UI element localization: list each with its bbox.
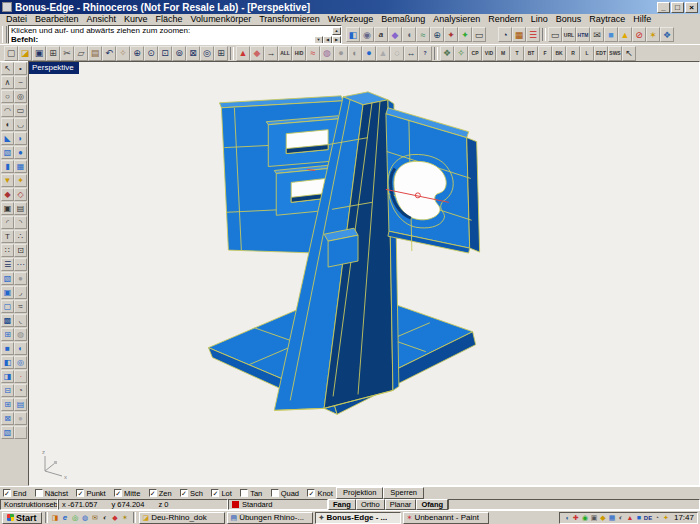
rectangle-icon[interactable]: ▭ xyxy=(14,104,27,117)
layer-state-icon[interactable]: ❖ xyxy=(440,46,454,61)
box-icon[interactable]: ▧ xyxy=(1,146,14,159)
model-solid[interactable] xyxy=(208,92,479,414)
bee-icon[interactable]: ✶ xyxy=(646,27,660,42)
panel-icon[interactable]: ■ xyxy=(604,27,618,42)
cplane-button[interactable]: Konstruktionsebene xyxy=(0,499,58,510)
surface-icon[interactable]: ⊡ xyxy=(14,244,27,257)
sphere-gray-icon[interactable]: ● xyxy=(14,272,27,285)
planar-toggle[interactable]: Planar xyxy=(385,499,417,510)
knot-osnap[interactable]: Knot xyxy=(307,489,332,498)
boolean-difference-icon[interactable]: ⊞ xyxy=(1,398,14,411)
view-sws-icon[interactable]: SWS xyxy=(608,46,622,61)
task-deu-rhino-dok[interactable]: ◪ Deu-Rhino_dok xyxy=(139,512,225,524)
tray-lang-icon[interactable]: DE xyxy=(644,513,652,523)
target2-icon[interactable]: ◎ xyxy=(14,356,27,369)
sphere-wire-icon[interactable]: ◌ xyxy=(390,46,404,61)
toolbar-icon[interactable] xyxy=(230,47,234,60)
cut-icon[interactable]: ✂ xyxy=(60,46,74,61)
refresh-icon[interactable]: ◎ xyxy=(71,512,80,523)
layer-indicator[interactable]: Standard xyxy=(228,499,328,510)
sound-icon[interactable]: ◖ xyxy=(402,27,416,42)
lightning-icon[interactable]: ✦ xyxy=(14,174,27,187)
mitte-osnap[interactable]: Mitte xyxy=(114,489,140,498)
start-button[interactable]: Start xyxy=(2,512,42,524)
gray-sphere2-icon[interactable]: ● xyxy=(14,412,27,425)
tray-blue-icon[interactable]: ■ xyxy=(635,513,643,523)
shade-icon[interactable]: ▲ xyxy=(236,46,250,61)
view-t-icon[interactable]: T xyxy=(510,46,524,61)
checkbox-icon[interactable] xyxy=(114,489,122,497)
tray-moon-icon[interactable]: ◐ xyxy=(617,513,625,523)
view-edit-icon[interactable]: EDT xyxy=(594,46,608,61)
lamp-icon[interactable]: ▼ xyxy=(1,174,14,187)
arc-tool-icon[interactable]: ◟ xyxy=(14,314,27,327)
point-icon[interactable]: • xyxy=(14,62,27,75)
view-l-icon[interactable]: L xyxy=(580,46,594,61)
zoom-dynamic-icon[interactable]: ⊚ xyxy=(172,46,186,61)
paste-icon[interactable]: ▤ xyxy=(88,46,102,61)
sphere-shaded-icon[interactable]: ◐ xyxy=(348,46,362,61)
checkbox-icon[interactable] xyxy=(180,489,188,497)
sperren-button[interactable]: Sperren xyxy=(383,487,424,499)
plant-icon[interactable]: ✧ xyxy=(454,46,468,61)
clock-icon[interactable]: ◔ xyxy=(498,27,512,42)
task-list-icon[interactable]: ☰ xyxy=(526,27,540,42)
tool-icon[interactable] xyxy=(14,426,27,439)
zoom-window-icon[interactable]: ⊡ xyxy=(158,46,172,61)
view-f-icon[interactable]: F xyxy=(538,46,552,61)
checkbox-icon[interactable] xyxy=(240,489,248,497)
annotate-icon[interactable]: a xyxy=(374,27,388,42)
boxes-icon[interactable]: ⊞ xyxy=(1,328,14,341)
vidi-view-icon[interactable]: VID xyxy=(482,46,496,61)
quarter-sphere-icon[interactable]: ◔ xyxy=(14,384,27,397)
viewport-canvas[interactable] xyxy=(29,62,699,485)
checkbox-icon[interactable] xyxy=(271,489,279,497)
ortho-toggle[interactable]: Ortho xyxy=(356,499,385,510)
scroll-right-icon[interactable]: ▶ xyxy=(332,36,341,44)
minimize-button[interactable]: _ xyxy=(657,2,670,13)
menu-item[interactable]: Bemaßung xyxy=(377,14,429,25)
ellipse-icon[interactable]: ◖ xyxy=(1,118,14,131)
view-m-icon[interactable]: M xyxy=(496,46,510,61)
checkbox-icon[interactable] xyxy=(3,489,11,497)
window-list-icon[interactable]: ▭ xyxy=(472,27,486,42)
mesh-sphere-icon[interactable]: ◍ xyxy=(14,328,27,341)
gem-icon[interactable]: ◆ xyxy=(388,27,402,42)
quad-osnap[interactable]: Quad xyxy=(271,489,299,498)
menu-item[interactable]: Datei xyxy=(2,14,31,25)
globe-icon[interactable]: ◐ xyxy=(14,342,27,355)
menu-item[interactable]: Analysieren xyxy=(429,14,484,25)
task-unbenannt-paint[interactable]: ✶ Unbenannt - Paint xyxy=(403,512,489,524)
viewport-title[interactable]: Perspektive xyxy=(29,62,79,74)
menu-item[interactable]: Bearbeiten xyxy=(31,14,83,25)
menu-item[interactable]: Raytrace xyxy=(585,14,629,25)
half-box-icon[interactable]: ◧ xyxy=(1,356,14,369)
red-app-icon[interactable]: ◆ xyxy=(111,512,120,523)
checkbox-icon[interactable] xyxy=(35,489,43,497)
menu-item[interactable]: Hilfe xyxy=(629,14,655,25)
edit-box-icon[interactable]: ▣ xyxy=(1,202,14,215)
copy-icon[interactable]: ▱ xyxy=(74,46,88,61)
scroll-up-icon[interactable]: ▲ xyxy=(332,27,341,35)
cylinder-icon[interactable]: ▮ xyxy=(1,160,14,173)
curve-icon[interactable]: ~ xyxy=(14,76,27,89)
menu-item[interactable]: Transformieren xyxy=(255,14,324,25)
perspective-viewport[interactable]: Perspektive xyxy=(28,61,700,486)
menu-item[interactable]: Rendern xyxy=(484,14,527,25)
render-icon[interactable]: ◆ xyxy=(250,46,264,61)
freeform-icon[interactable]: ◡ xyxy=(14,118,27,131)
color-wheel-icon[interactable]: ◍ xyxy=(320,46,334,61)
solid-box-icon[interactable]: ◧ xyxy=(346,27,360,42)
layers-icon[interactable]: ☰ xyxy=(1,258,14,271)
menu-item[interactable]: Volumenkörper xyxy=(187,14,256,25)
tray-antivirus-icon[interactable]: ✚ xyxy=(572,513,580,523)
curve-analyze-icon[interactable]: ≈ xyxy=(416,27,430,42)
fillet-arc-icon[interactable]: ◝ xyxy=(14,216,27,229)
array-icon[interactable]: ∷ xyxy=(1,244,14,257)
fillet-edge-icon[interactable]: ◞ xyxy=(14,286,27,299)
task-uebungen-rhino[interactable]: ▤ Übungen Rhino-... xyxy=(227,512,313,524)
menu-item[interactable]: Fläche xyxy=(152,14,187,25)
rotate-view-icon[interactable]: ⊕ xyxy=(130,46,144,61)
tray-yellow-icon[interactable]: ◆ xyxy=(599,513,607,523)
menu-item[interactable]: Kurve xyxy=(120,14,152,25)
